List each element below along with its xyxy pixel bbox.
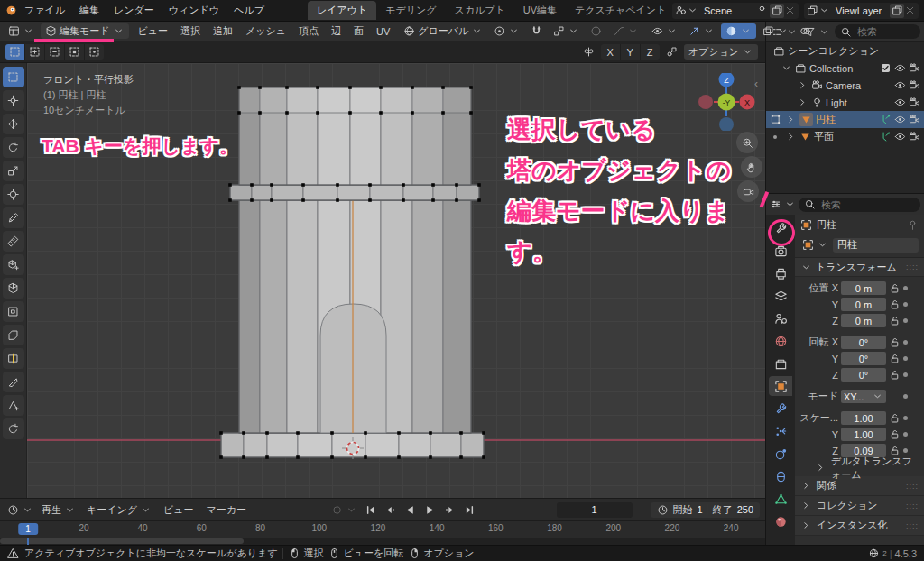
tab-collection[interactable] [769, 354, 792, 373]
timeline-ruler[interactable]: 1 20406080100120140160180200220240 [0, 521, 765, 538]
timeline-scrollbar[interactable] [0, 538, 244, 544]
animate-dot[interactable] [903, 394, 908, 399]
camera-view-button[interactable] [737, 180, 759, 202]
start-frame-field[interactable]: 1 [698, 504, 703, 515]
auto-keying-toggle[interactable] [329, 502, 359, 518]
menu-edit[interactable]: 編集 [72, 2, 106, 19]
animate-dot[interactable] [903, 286, 908, 290]
tab-uv-editing[interactable]: UV編集 [514, 1, 566, 20]
current-frame-badge[interactable]: 1 [18, 523, 38, 535]
menu-select[interactable]: 選択 [175, 24, 206, 38]
loop-cut-tool[interactable] [3, 348, 24, 369]
rotation-x-field[interactable]: 0° [841, 336, 886, 349]
options-dropdown[interactable]: オプション [684, 44, 758, 60]
move-tool[interactable] [3, 114, 24, 134]
measure-tool[interactable] [3, 231, 24, 252]
select-invert-button[interactable] [65, 44, 85, 60]
eye-icon[interactable] [894, 62, 906, 74]
lock-open-icon[interactable] [889, 282, 901, 294]
menu-help[interactable]: ヘルプ [226, 2, 272, 19]
play-button[interactable] [420, 501, 439, 518]
pin-icon[interactable] [907, 219, 919, 231]
animate-dot[interactable] [903, 302, 908, 307]
scene-selector[interactable]: Scene [672, 3, 799, 19]
camera-restrict-icon[interactable] [909, 114, 920, 125]
outliner-row-light[interactable]: Light [766, 94, 924, 111]
tab-material[interactable] [769, 511, 792, 531]
lock-open-icon[interactable] [889, 315, 901, 326]
shading-dropdown[interactable] [721, 23, 756, 39]
menu-mesh[interactable]: メッシュ [240, 24, 291, 38]
scale-tool[interactable] [3, 161, 24, 181]
tab-modeling[interactable]: モデリング [376, 1, 445, 20]
outliner-row-collection[interactable]: Collection [766, 60, 924, 77]
expand-icon[interactable] [797, 79, 808, 91]
menu-timeline-view[interactable]: ビュー [158, 503, 199, 517]
rotation-y-field[interactable]: 0° [841, 352, 886, 365]
menu-edge[interactable]: 辺 [326, 24, 346, 38]
collections-panel[interactable]: コレクション:::: [795, 496, 924, 516]
eye-icon[interactable] [894, 114, 906, 125]
tab-scene[interactable] [769, 308, 792, 328]
object-name-field[interactable]: 円柱 [833, 238, 919, 253]
menu-vertex[interactable]: 頂点 [293, 24, 324, 38]
tab-constraints[interactable] [769, 466, 792, 486]
annotate-tool[interactable] [3, 207, 24, 228]
eye-icon[interactable] [894, 79, 906, 91]
pin-icon[interactable] [756, 5, 768, 16]
tab-sculpt[interactable]: スカルプト [445, 1, 513, 20]
menu-keying[interactable]: キーイング [82, 502, 156, 518]
select-extend-button[interactable] [25, 44, 45, 60]
rotation-z-field[interactable]: 0° [841, 368, 886, 382]
menu-add[interactable]: 追加 [208, 24, 238, 38]
knife-tool[interactable] [3, 372, 24, 392]
animate-dot[interactable] [903, 356, 908, 361]
select-intersect-button[interactable] [85, 44, 104, 60]
lock-open-icon[interactable] [889, 428, 901, 440]
proportional-falloff-dropdown[interactable] [608, 23, 643, 39]
tab-texture-paint[interactable]: テクスチャペイント [566, 1, 667, 20]
animate-dot[interactable] [903, 318, 908, 323]
poly-build-tool[interactable] [3, 395, 24, 416]
outliner-row-cylinder[interactable]: 円柱 [766, 111, 924, 128]
menu-face[interactable]: 面 [348, 24, 369, 38]
camera-restrict-icon[interactable] [909, 79, 920, 91]
spin-tool[interactable] [3, 418, 24, 439]
xray-dropdown[interactable] [758, 23, 793, 39]
scale-y-field[interactable]: 1.00 [841, 428, 886, 441]
tab-physics[interactable] [769, 444, 792, 464]
add-cube-tool[interactable] [3, 254, 24, 275]
eye-icon[interactable] [894, 131, 906, 143]
scale-x-field[interactable]: 1.00 [841, 411, 886, 425]
cursor-tool[interactable] [3, 90, 24, 111]
expand-icon[interactable] [785, 114, 797, 125]
menu-render[interactable]: レンダー [106, 2, 162, 19]
rotate-tool[interactable] [3, 137, 24, 158]
menu-file[interactable]: ファイル [17, 2, 72, 19]
blender-logo-icon[interactable] [5, 5, 17, 16]
snap-indicator-button[interactable] [661, 44, 682, 60]
delta-transform-panel[interactable]: デルタトランスフォーム [795, 459, 924, 476]
mirror-z-button[interactable]: Z [641, 44, 660, 60]
animate-dot[interactable] [903, 432, 908, 437]
drag-dots-icon[interactable]: :::: [906, 521, 919, 530]
mirror-y-button[interactable]: Y [621, 44, 641, 60]
select-set-button[interactable] [5, 44, 25, 60]
snap-toggle[interactable] [526, 23, 547, 39]
extrude-tool[interactable] [3, 278, 24, 299]
current-frame-field[interactable]: 1 [557, 502, 633, 518]
select-box-tool[interactable] [3, 67, 24, 87]
bevel-tool[interactable] [3, 325, 24, 345]
tab-output[interactable] [769, 263, 792, 283]
checkbox-icon[interactable] [880, 62, 892, 74]
animate-dot[interactable] [903, 448, 908, 453]
tab-view-layer[interactable] [769, 286, 792, 306]
animate-dot[interactable] [903, 340, 908, 345]
outliner-search-input[interactable] [855, 25, 915, 38]
expand-icon[interactable] [797, 97, 808, 108]
tab-modifiers[interactable] [769, 399, 792, 418]
expand-icon[interactable] [785, 131, 797, 143]
animate-dot[interactable] [903, 372, 908, 377]
new-layer-icon[interactable] [892, 5, 903, 16]
lock-open-icon[interactable] [889, 299, 901, 310]
